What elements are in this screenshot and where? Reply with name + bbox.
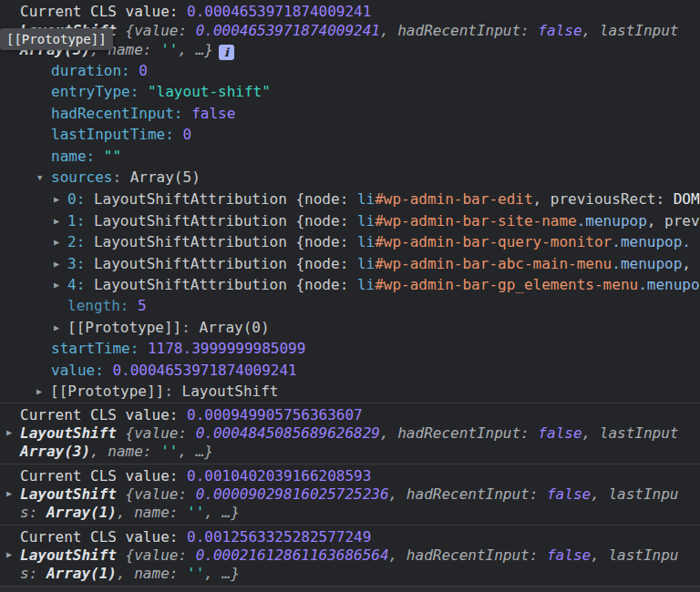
expand-arrow-icon[interactable]: ▶ [54, 317, 67, 338]
console-next-row-divider [0, 586, 700, 592]
log-label: Current CLS value: [20, 528, 187, 546]
cls-value: 0.0012563325282577249 [187, 528, 371, 546]
console-entry: ▶ Current CLS value: 0.00125633252825772… [0, 525, 700, 586]
log-message: Current CLS value: 0.000949905756363607 [0, 406, 700, 424]
cls-value: 0.0010402039166208593 [187, 467, 371, 485]
property-row: entryType: "layout-shift" [0, 81, 700, 102]
log-message: Current CLS value: 0.0012563325282577249 [0, 528, 700, 546]
devtools-console: Current CLS value: 0.0004653971874009241… [0, 0, 700, 592]
source-item[interactable]: ▶0: LayoutShiftAttribution {node: li#wp-… [0, 189, 700, 209]
property-row: startTime: 1178.3999999985099 [0, 338, 700, 359]
expand-arrow-icon[interactable]: ▶ [36, 381, 50, 402]
property-row: value: 0.0004653971874009241 [0, 360, 700, 381]
cls-value: 0.000949905756363607 [187, 406, 363, 424]
source-item[interactable]: ▶1: LayoutShiftAttribution {node: li#wp-… [0, 210, 700, 231]
console-entry: Current CLS value: 0.0004653971874009241… [0, 0, 700, 403]
object-preview-wrap: s: Array(1), name: '', …} [0, 565, 700, 583]
expand-arrow-icon[interactable]: ▶ [54, 231, 67, 252]
console-entry: ▶ Current CLS value: 0.00094990575636360… [0, 403, 700, 464]
array-prototype-row[interactable]: ▶[[Prototype]]: Array(0) [0, 317, 700, 338]
source-item[interactable]: ▶3: LayoutShiftAttribution {node: li#wp-… [0, 253, 700, 274]
collapse-arrow-icon[interactable]: ▼ [37, 168, 51, 189]
expand-arrow-icon[interactable]: ▶ [54, 253, 67, 274]
expand-arrow-icon[interactable]: ▶ [54, 189, 67, 209]
log-label: Current CLS value: [20, 467, 187, 485]
console-entry: ▶ Current CLS value: 0.00104020391662085… [0, 464, 700, 525]
expand-arrow-icon[interactable]: ▶ [6, 488, 17, 498]
log-message: Current CLS value: 0.0010402039166208593 [0, 467, 700, 485]
log-label: Current CLS value: [20, 406, 187, 424]
expand-arrow-icon[interactable]: ▶ [54, 210, 67, 231]
info-icon[interactable]: i [219, 45, 234, 60]
array-length-row: length: 5 [0, 295, 700, 316]
object-preview[interactable]: LayoutShift {value: 0.000090298160257252… [0, 485, 700, 504]
object-preview-wrap: s: Array(1), name: '', …} [0, 504, 700, 522]
prototype-tooltip: [[Prototype]] [0, 28, 113, 50]
expand-arrow-icon[interactable]: ▶ [6, 427, 17, 437]
source-item[interactable]: ▶4: LayoutShiftAttribution {node: li#wp-… [0, 274, 700, 295]
sources-row[interactable]: ▼sources: Array(5) [0, 167, 700, 189]
log-label: Current CLS value: [20, 3, 187, 20]
property-row: name: "" [0, 146, 700, 167]
property-row: lastInputTime: 0 [0, 124, 700, 145]
property-row: hadRecentInput: false [0, 103, 700, 124]
object-preview[interactable]: LayoutShift {value: 0.000484508568962682… [0, 424, 700, 443]
property-row: duration: 0 [0, 60, 700, 81]
object-prototype-row[interactable]: ▶[[Prototype]]: LayoutShift [0, 381, 700, 402]
object-preview[interactable]: LayoutShift {value: 0.000216128611636865… [0, 546, 700, 565]
source-item[interactable]: ▶2: LayoutShiftAttribution {node: li#wp-… [0, 231, 700, 252]
expand-arrow-icon[interactable]: ▶ [6, 549, 17, 559]
cls-value: 0.0004653971874009241 [187, 3, 371, 20]
expand-arrow-icon[interactable]: ▶ [54, 274, 67, 295]
log-message: Current CLS value: 0.0004653971874009241 [0, 2, 700, 21]
object-preview-wrap: Array(3), name: '', …} [0, 443, 700, 461]
